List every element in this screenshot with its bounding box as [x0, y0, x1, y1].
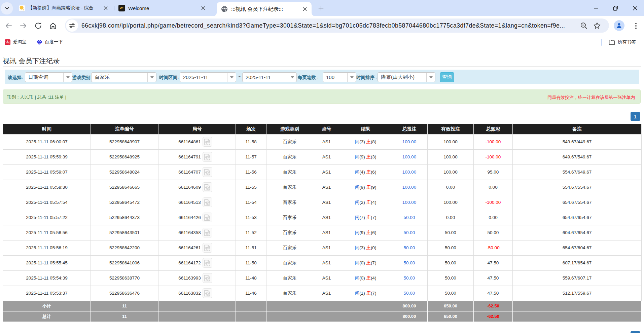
svg-text:du: du — [38, 42, 41, 44]
svg-text:淘: 淘 — [6, 40, 10, 45]
